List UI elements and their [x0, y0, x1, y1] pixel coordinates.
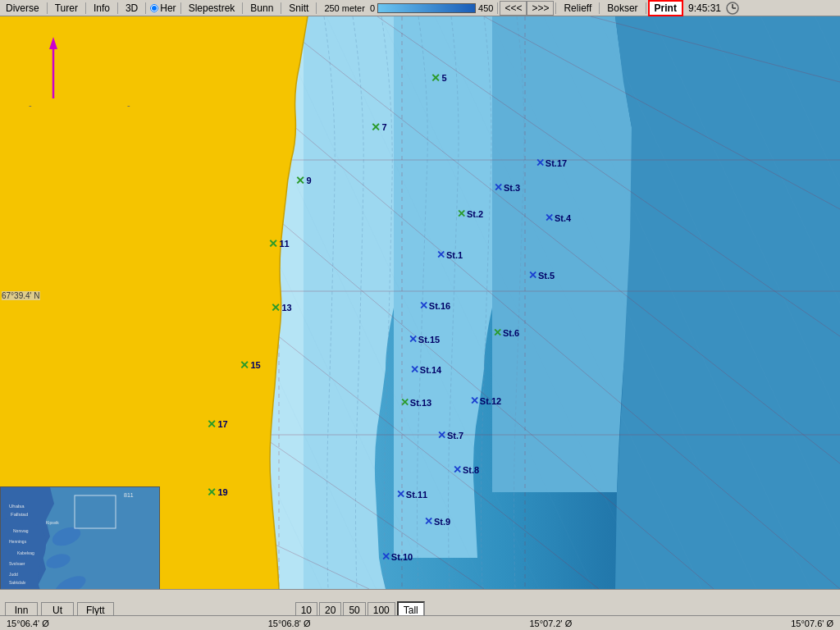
- marker-x-m19: ✕: [207, 486, 217, 499]
- menu-diverse[interactable]: Diverse: [0, 2, 45, 15]
- menu-turer[interactable]: Turer: [49, 2, 84, 15]
- marker-x-m15: ✕: [240, 358, 249, 372]
- marker-st11: ✕St.11: [396, 488, 427, 500]
- marker-label-st3: St.3: [504, 182, 520, 192]
- marker-x-st17: ✕: [536, 157, 545, 169]
- svg-text:Kipsvik: Kipsvik: [46, 520, 59, 525]
- marker-st9: ✕St.9: [424, 515, 450, 527]
- lat-label: 67°39.4' N: [2, 291, 40, 300]
- svg-text:811: 811: [124, 492, 134, 498]
- menu-slepestrek[interactable]: Slepestrek: [183, 2, 241, 15]
- marker-st8: ✕St.8: [453, 463, 479, 476]
- marker-st16: ✕St.16: [419, 299, 450, 312]
- her-radio-input[interactable]: [150, 4, 158, 12]
- marker-m11: ✕11: [268, 237, 289, 250]
- marker-m13: ✕13: [271, 301, 291, 314]
- marker-label-st10: St.10: [391, 551, 413, 561]
- marker-label-st9: St.9: [434, 516, 450, 526]
- marker-label-m11: 11: [279, 239, 289, 249]
- menu-bar: Diverse Turer Info 3D Her Slepestrek Bun…: [0, 0, 840, 16]
- marker-st17: ✕St.17: [536, 157, 567, 169]
- marker-label-st17: St.17: [546, 158, 567, 167]
- clock-icon: [726, 2, 739, 15]
- sep8: [316, 2, 317, 14]
- marker-label-m7: 7: [381, 122, 386, 132]
- marker-label-st4: St.4: [555, 212, 571, 222]
- marker-label-st14: St.14: [420, 364, 441, 374]
- sep2: [85, 2, 86, 14]
- sep5: [180, 2, 181, 14]
- marker-st5: ✕St.5: [528, 269, 555, 281]
- marker-label-m5: 5: [441, 73, 446, 83]
- menu-bokser[interactable]: Bokser: [601, 2, 643, 15]
- marker-x-st14: ✕: [410, 363, 419, 376]
- marker-m5: ✕5: [431, 71, 446, 84]
- depth-max: 450: [476, 3, 495, 13]
- marker-x-st4: ✕: [545, 212, 554, 224]
- marker-m9: ✕9: [295, 174, 311, 187]
- marker-label-st1: St.1: [446, 249, 463, 259]
- marker-x-st6: ✕: [493, 326, 502, 339]
- marker-st4: ✕St.4: [545, 212, 571, 224]
- marker-label-m15: 15: [250, 360, 260, 370]
- marker-label-st13: St.13: [410, 397, 431, 407]
- marker-m15: ✕15: [240, 358, 260, 372]
- marker-x-st16: ✕: [419, 299, 428, 312]
- menu-her-radio[interactable]: Her: [148, 2, 178, 14]
- depth-scale-label: 250 meter: [322, 3, 368, 13]
- marker-st2: ✕St.2: [457, 208, 483, 220]
- nav-prev-button[interactable]: <<<: [500, 1, 527, 16]
- menu-3d[interactable]: 3D: [120, 2, 144, 15]
- marker-label-st6: St.6: [503, 327, 519, 337]
- marker-x-st2: ✕: [457, 208, 466, 220]
- svg-text:Norsvag: Norsvag: [13, 528, 29, 533]
- svg-text:Hennings: Hennings: [9, 539, 27, 544]
- menu-relieff[interactable]: Relieff: [558, 2, 597, 15]
- marker-x-st12: ✕: [470, 395, 479, 407]
- marker-label-st11: St.11: [406, 489, 427, 499]
- coord-bar: 15°06.4' Ø 15°06.8' Ø 15°07.2' Ø 15°07.6…: [0, 615, 840, 630]
- coord-bottom-mid: 15°06.8' Ø: [268, 619, 311, 628]
- sep10: [555, 2, 556, 14]
- marker-x-st8: ✕: [453, 463, 462, 476]
- sep12: [646, 2, 646, 14]
- marker-label-st15: St.15: [418, 334, 440, 344]
- marker-label-m19: 19: [217, 487, 227, 497]
- depth-min: 0: [368, 3, 377, 13]
- coord-bottom-right2: 15°07.2' Ø: [529, 619, 572, 628]
- sep7: [281, 2, 281, 14]
- marker-st13: ✕St.13: [400, 396, 431, 409]
- time-display: 9:45:31: [683, 2, 726, 14]
- coord-bottom-right3: 15°07.6' Ø: [791, 619, 833, 628]
- menu-her-label: Her: [160, 2, 176, 14]
- menu-bunn[interactable]: Bunn: [244, 2, 279, 15]
- marker-x-st5: ✕: [528, 269, 537, 281]
- marker-x-st9: ✕: [424, 515, 433, 527]
- svg-text:Kabelvag: Kabelvag: [17, 550, 34, 555]
- menu-snitt[interactable]: Snitt: [283, 2, 314, 15]
- menu-info[interactable]: Info: [88, 2, 116, 15]
- marker-st1: ✕St.1: [436, 249, 463, 261]
- svg-text:Judd: Judd: [9, 572, 18, 577]
- print-button[interactable]: Print: [648, 0, 683, 16]
- marker-x-st1: ✕: [436, 249, 445, 261]
- marker-st7: ✕St.7: [437, 429, 463, 441]
- svg-text:Svolvaer: Svolvaer: [9, 561, 25, 566]
- marker-label-st8: St.8: [463, 464, 479, 474]
- marker-x-st3: ✕: [494, 181, 503, 194]
- nav-next-button[interactable]: >>>: [527, 1, 554, 16]
- marker-st15: ✕St.15: [409, 333, 440, 345]
- marker-x-st11: ✕: [396, 488, 405, 500]
- svg-text:Sakkdalv: Sakkdalv: [9, 580, 26, 585]
- marker-label-m17: 17: [217, 419, 227, 429]
- marker-x-m11: ✕: [268, 237, 278, 250]
- sep11: [599, 2, 600, 14]
- marker-m17: ✕17: [207, 418, 227, 431]
- marker-m7: ✕7: [371, 121, 386, 134]
- marker-st10: ✕St.10: [381, 550, 413, 563]
- marker-st6: ✕St.6: [493, 326, 519, 339]
- marker-x-st10: ✕: [381, 550, 390, 563]
- marker-label-st7: St.7: [447, 430, 463, 440]
- marker-label-m9: 9: [306, 176, 311, 185]
- coord-bottom-left: 15°06.4' Ø: [7, 619, 49, 628]
